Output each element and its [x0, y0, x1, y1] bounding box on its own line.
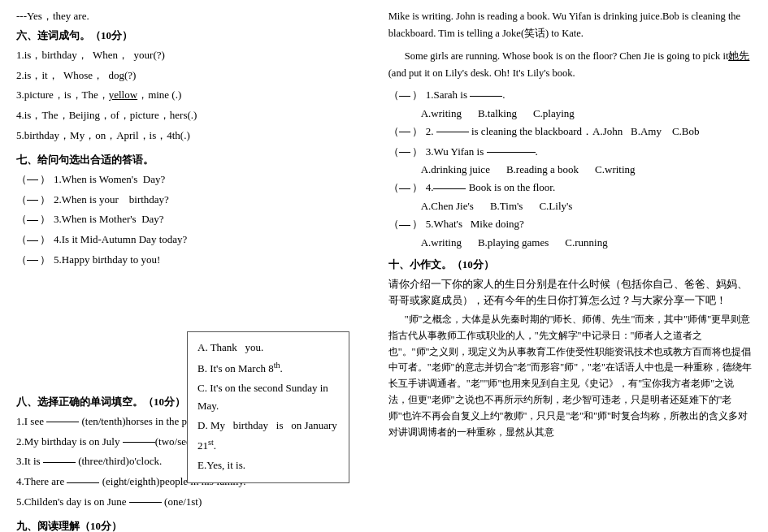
s6-item-2: 2.is，it， Whose， dog(?): [16, 67, 368, 84]
s6-item-4: 4.is，The，Beijing，of，picture，hers(.): [16, 107, 368, 124]
section-6-title: 六、连词成句。（10分）: [16, 28, 368, 43]
section-7: 七、给问句选出合适的答语。 （） 1.When is Women's Day? …: [16, 153, 368, 269]
rq-4: （） 4. Book is on the floor. A.Chen Jie's…: [388, 179, 752, 213]
s7-q2: （） 2.When is your birthday?: [16, 192, 368, 209]
s10-content-1: "师"之概念，大体是从先秦时期的"师长、师傅、先生"而来，其中"师傅"更早则意指…: [388, 312, 752, 440]
section-10-title: 十、小作文。（10分）: [388, 257, 752, 272]
rq-1-options: A.writingB.talkingC.playing: [421, 107, 752, 120]
section-7-title: 七、给问句选出合适的答语。: [16, 153, 368, 167]
left-column: ---Yes，they are. 六、连词成句。（10分） 1.is，birth…: [16, 8, 380, 532]
right-passage-2: Some girls are running. Whose book is on…: [388, 48, 752, 83]
s10-prompt: 请你介绍一下你的家人的生日分别是在什么时候（包括你自己、爸爸、妈妈、哥哥或家庭成…: [388, 276, 752, 309]
rq-4-options: A.Chen Jie'sB.Tim'sC.Lily's: [421, 200, 752, 213]
rq-3: （） 3.Wu Yifan is . A.drinking juiceB.rea…: [388, 144, 752, 177]
s6-item-1: 1.is，birthday， When， your(?): [16, 47, 368, 64]
rq-2: （） 2. is cleaning the blackboard．A.John …: [388, 123, 752, 141]
rq-3-options: A.drinking juiceB.reading a bookC.writin…: [421, 163, 752, 176]
s6-item-3: 3.picture，is，The，yellow，mine (.): [16, 87, 368, 104]
right-column: Mike is writing. John is reading a book.…: [380, 8, 752, 532]
choice-box: A. Thank you. B. It's on March 8th. C. I…: [187, 331, 349, 483]
choice-e: E.Yes, it is.: [197, 456, 339, 474]
choice-b: B. It's on March 8th.: [197, 358, 339, 378]
s7-q5: （） 5.Happy birthday to you!: [16, 252, 368, 269]
right-passage-1: Mike is writing. John is reading a book.…: [388, 8, 752, 43]
choice-c: C. It's on the second Sunday in May.: [197, 379, 339, 415]
section-10: 十、小作文。（10分） 请你介绍一下你的家人的生日分别是在什么时候（包括你自己、…: [388, 257, 752, 440]
s8-q5: 5.Childen's day is on June (one/1st): [16, 494, 368, 511]
section-6: 六、连词成句。（10分） 1.is，birthday， When， your(?…: [16, 28, 368, 145]
s7-q4: （） 4.Is it Mid-Autumn Day today?: [16, 231, 368, 249]
rq-1: （） 1.Sarah is . A.writingB.talkingC.play…: [388, 87, 752, 120]
section-9: 九、阅读理解（10分） Class is over. Some students…: [16, 519, 368, 532]
s7-q3: （） 3.When is Mother's Day?: [16, 211, 368, 228]
choice-a: A. Thank you.: [197, 339, 339, 357]
s6-item-5: 5.birthday，My，on，April，is，4th(.): [16, 128, 368, 145]
choice-d: D. My birthday is on January 21st.: [197, 417, 339, 455]
reading-questions: （） 1.Sarah is . A.writingB.talkingC.play…: [388, 87, 752, 249]
rq-5-options: A.writingB.playing gamesC.running: [421, 236, 752, 249]
top-answer-line: ---Yes，they are.: [16, 8, 368, 25]
rq-5: （） 5.What's Mike doing? A.writingB.playi…: [388, 216, 752, 249]
s7-q1: （） 1.When is Women's Day?: [16, 171, 368, 188]
section-9-title: 九、阅读理解（10分）: [16, 519, 368, 532]
